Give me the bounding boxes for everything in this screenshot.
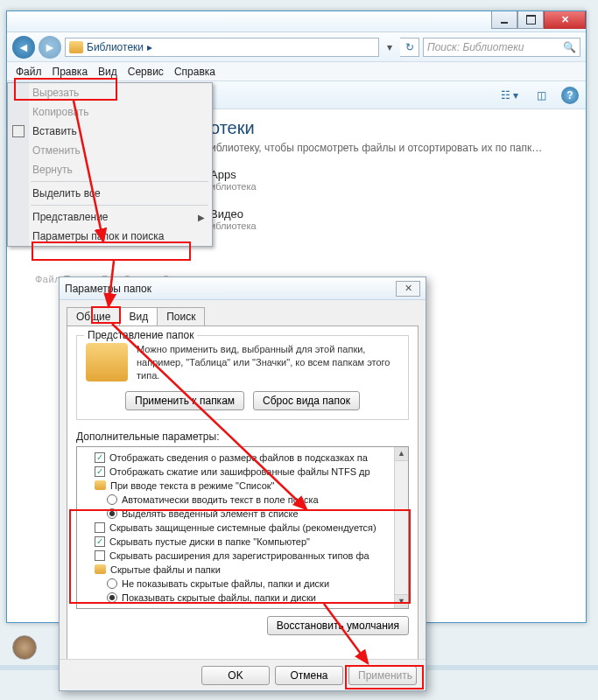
maximize-button[interactable] (517, 11, 544, 29)
titlebar (7, 11, 586, 32)
folder-icon (69, 41, 83, 53)
adv-item[interactable]: Отображать сжатие или зашифрованные файл… (82, 465, 392, 479)
adv-item[interactable]: Показывать скрытые файлы, папки и диски (82, 591, 392, 605)
cancel-button[interactable]: Отмена (275, 666, 343, 685)
radio[interactable] (107, 494, 117, 505)
advanced-label: Дополнительные параметры: (76, 430, 409, 443)
tab-general[interactable]: Общие (67, 307, 120, 326)
radio[interactable] (107, 508, 117, 519)
adv-item-label: Скрывать защищенные системные файлы (рек… (109, 521, 376, 535)
folder-preview-icon (86, 343, 128, 382)
adv-item-label: Автоматически вводить текст в поле поиск… (122, 493, 319, 507)
adv-item[interactable]: При вводе текста в режиме "Список" (82, 479, 392, 493)
adv-item[interactable]: Скрытые файлы и папки (82, 563, 392, 577)
checkbox[interactable] (95, 452, 105, 463)
crumb-sep[interactable]: ▸ (147, 41, 152, 53)
chevron-right-icon: ▶ (198, 213, 205, 222)
lib-name: Видео (210, 207, 257, 220)
view-mode-button[interactable]: ☷ ▾ (498, 87, 521, 104)
adv-item[interactable]: Скрывать расширения для зарегистрированн… (82, 549, 392, 563)
mi-paste[interactable]: Вставить (8, 122, 212, 141)
adv-item[interactable]: Выделять введенный элемент в списке (82, 507, 392, 521)
dialog-buttons: OK Отмена Применить (60, 659, 426, 690)
minimize-button[interactable] (491, 11, 517, 29)
address-bar[interactable]: Библиотеки ▸ (65, 38, 379, 57)
close-button[interactable] (544, 11, 586, 29)
checkbox[interactable] (95, 522, 105, 533)
scroll-up-icon[interactable]: ▲ (395, 447, 408, 461)
folder-options-dialog: Параметры папок ✕ Общие Вид Поиск Предст… (59, 276, 426, 691)
help-button[interactable]: ? (561, 87, 579, 104)
adv-item[interactable]: Автоматически вводить текст в поле поиск… (82, 493, 392, 507)
adv-item-label: Выделять введенный элемент в списке (122, 507, 299, 521)
scroll-down-icon[interactable]: ▼ (395, 594, 408, 608)
nav-bar: ◄ ► Библиотеки ▸ ▾ ↻ Поиск: Библиотеки 🔍 (7, 32, 586, 62)
apply-to-folders-button[interactable]: Применить к папкам (125, 391, 244, 410)
dialog-title: Параметры папок (65, 283, 151, 295)
forward-button[interactable]: ► (39, 36, 61, 59)
adv-item-label: Скрытые файлы и папки (110, 563, 221, 577)
mi-layout[interactable]: Представление▶ (8, 207, 212, 227)
back-button[interactable]: ◄ (12, 36, 35, 59)
menu-help[interactable]: Справка (174, 66, 215, 78)
adv-item-label: Не показывать скрытые файлы, папки и дис… (122, 577, 329, 591)
adv-item-label: Скрывать расширения для зарегистрированн… (109, 549, 369, 563)
search-placeholder: Поиск: Библиотеки (427, 41, 524, 53)
search-input[interactable]: Поиск: Библиотеки 🔍 (423, 38, 580, 57)
preview-pane-button[interactable]: ◫ (530, 87, 552, 104)
menu-edit[interactable]: Правка (53, 66, 88, 78)
mi-undo[interactable]: Отменить (8, 141, 212, 160)
refresh-button[interactable]: ↻ (400, 38, 419, 57)
scrollbar[interactable]: ▲ ▼ (394, 447, 408, 608)
restore-defaults-button[interactable]: Восстановить умолчания (267, 616, 409, 635)
adv-item-label: Скрывать пустые диски в папке "Компьютер… (109, 535, 310, 549)
tab-view[interactable]: Вид (119, 307, 158, 326)
adv-item[interactable]: Скрывать пустые диски в папке "Компьютер… (82, 535, 392, 549)
checkbox[interactable] (95, 536, 105, 547)
mi-cut[interactable]: Вырезать (8, 83, 212, 102)
folder-view-group: Представление папок Можно применить вид,… (76, 335, 409, 420)
tab-search[interactable]: Поиск (157, 307, 205, 326)
radio[interactable] (107, 578, 117, 589)
paste-icon (12, 125, 25, 137)
dialog-titlebar: Параметры папок ✕ (60, 277, 426, 300)
reset-folders-button[interactable]: Сброс вида папок (253, 391, 360, 410)
checkbox[interactable] (95, 550, 105, 561)
tab-panel-view: Представление папок Можно применить вид,… (67, 326, 419, 660)
dialog-tabs: Общие Вид Поиск (60, 300, 426, 326)
dialog-close-button[interactable]: ✕ (396, 281, 420, 297)
adv-item[interactable]: Не показывать скрытые файлы, папки и дис… (82, 577, 392, 591)
adv-item[interactable]: Скрывать защищенные системные файлы (рек… (82, 521, 392, 535)
group-desc: Можно применить вид, выбранный для этой … (86, 343, 399, 382)
lib-type: иблиотека (210, 181, 257, 192)
checkbox[interactable] (95, 466, 105, 477)
mi-redo[interactable]: Вернуть (8, 160, 212, 179)
adv-item[interactable]: Отображать сведения о размере файлов в п… (82, 451, 392, 465)
mi-select-all[interactable]: Выделить все (8, 184, 212, 203)
menubar: Файл Правка Вид Сервис Справка (7, 62, 586, 81)
crumb-libraries[interactable]: Библиотеки (87, 41, 144, 53)
apply-button[interactable]: Применить (348, 666, 417, 685)
adv-item-label: Отображать сжатие или зашифрованные файл… (109, 465, 370, 479)
address-dropdown[interactable]: ▾ (383, 41, 397, 53)
radio[interactable] (107, 592, 117, 603)
mi-folder-options[interactable]: Параметры папок и поиска (8, 227, 212, 246)
menu-view[interactable]: Вид (98, 66, 117, 78)
mi-copy[interactable]: Копировать (8, 102, 212, 122)
ok-button[interactable]: OK (201, 666, 270, 685)
menu-tools[interactable]: Сервис (128, 66, 164, 78)
group-legend: Представление папок (84, 329, 197, 341)
advanced-settings-box: Отображать сведения о размере файлов в п… (76, 446, 409, 609)
adv-item-label: Показывать скрытые файлы, папки и диски (122, 591, 316, 605)
organize-dropdown: Вырезать Копировать Вставить Отменить Ве… (7, 82, 213, 247)
adv-item-label: При вводе текста в режиме "Список" (110, 479, 274, 493)
user-avatar[interactable] (12, 635, 37, 660)
menu-file[interactable]: Файл (16, 66, 42, 78)
adv-item-label: Отображать сведения о размере файлов в п… (109, 451, 368, 465)
window-controls (491, 11, 586, 29)
lib-name: Apps (210, 168, 257, 181)
search-icon: 🔍 (563, 41, 576, 53)
advanced-list[interactable]: Отображать сведения о размере файлов в п… (77, 447, 408, 608)
folder-icon (95, 564, 106, 574)
lib-type: иблиотека (210, 220, 257, 231)
